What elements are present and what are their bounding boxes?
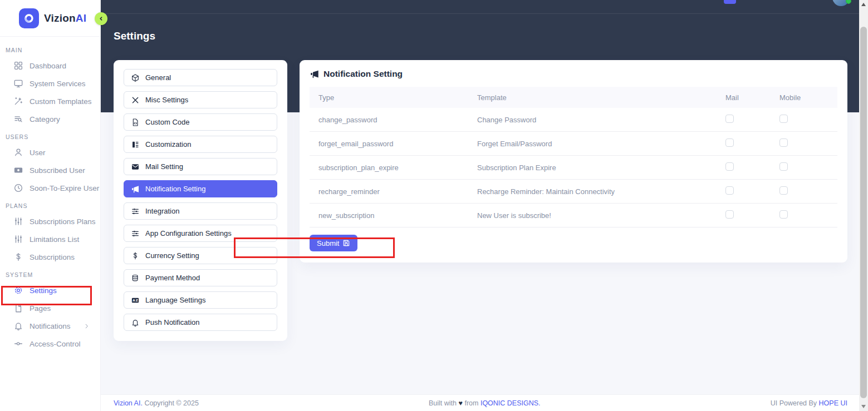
mail-checkbox[interactable] <box>725 162 734 171</box>
navbar-button-fragment[interactable] <box>724 0 736 4</box>
file-icon <box>13 303 23 313</box>
scrollbar-thumb[interactable] <box>860 27 867 398</box>
menu-button-label: Currency Setting <box>145 251 199 260</box>
user-icon <box>13 147 23 157</box>
scroll-up-arrow[interactable] <box>859 0 868 9</box>
sidebar-item-label: Subscriptions Plans <box>30 217 96 226</box>
mobile-checkbox[interactable] <box>779 186 788 195</box>
settings-menu-general[interactable]: General <box>124 69 277 86</box>
mail-checkbox[interactable] <box>725 138 734 147</box>
sidebar-item-limitations-list[interactable]: Limitations List <box>0 230 100 248</box>
sidebar-item-label: Category <box>30 115 60 123</box>
settings-menu-notification-setting[interactable]: Notification Setting <box>124 180 277 197</box>
wand-icon <box>13 96 23 106</box>
main-content: Settings General Misc Settings Custom Co… <box>101 0 859 411</box>
sidebar-item-label: Subscribed User <box>30 166 85 175</box>
sidebar-item-user[interactable]: User <box>0 143 100 161</box>
save-icon <box>342 239 350 247</box>
sidebar-item-pages[interactable]: Pages <box>0 299 100 317</box>
file-code-icon <box>131 118 140 127</box>
settings-menu-push-notification[interactable]: Push Notification <box>124 314 277 331</box>
mobile-checkbox[interactable] <box>779 210 788 219</box>
package-icon <box>131 73 140 82</box>
sliders-horizontal-icon <box>131 207 140 216</box>
mail-checkbox[interactable] <box>725 115 734 123</box>
mail-checkbox[interactable] <box>725 210 734 219</box>
settings-menu-customization[interactable]: Customization <box>124 136 277 153</box>
nav-section-label: PLANS <box>0 197 100 212</box>
sidebar-item-system-services[interactable]: System Services <box>0 75 100 92</box>
sidebar-item-category[interactable]: Category <box>0 110 100 128</box>
tools-icon <box>131 96 140 105</box>
mobile-checkbox[interactable] <box>779 138 788 147</box>
sidebar-item-label: Settings <box>30 286 57 295</box>
sidebar-nav: MAIN Dashboard System Services Custom Te… <box>0 37 100 353</box>
column-header-mail: Mail <box>725 93 779 102</box>
monitor-icon <box>13 78 23 88</box>
sidebar-item-soon-to-expire-user[interactable]: Soon-To-Expire User <box>0 179 100 197</box>
footer-hopeui-link[interactable]: HOPE UI <box>819 399 847 407</box>
table-row: recharge_reminder Recharge Reminder: Mai… <box>310 180 837 204</box>
footer-designer-link[interactable]: IQONIC DESIGNS. <box>480 399 541 407</box>
notification-table: TypeTemplateMailMobile change_password C… <box>310 87 837 227</box>
settings-menu-card: General Misc Settings Custom Code Custom… <box>114 60 287 341</box>
list-search-icon <box>13 114 23 124</box>
settings-menu-misc-settings[interactable]: Misc Settings <box>124 91 277 108</box>
brand-logo-icon <box>19 8 39 28</box>
sidebar-item-label: System Services <box>30 80 86 88</box>
nav-section-label: SYSTEM <box>0 266 100 281</box>
footer-brand-link[interactable]: Vizion AI. <box>114 399 143 407</box>
bell-icon <box>131 318 140 327</box>
brand-logo[interactable]: VizionAI <box>0 0 100 37</box>
sidebar-item-subscribed-user[interactable]: Subscribed User <box>0 161 100 179</box>
settings-menu-custom-code[interactable]: Custom Code <box>124 113 277 131</box>
sidebar-item-label: User <box>30 148 46 157</box>
vertical-scrollbar[interactable] <box>859 0 868 411</box>
sidebar-item-custom-templates[interactable]: Custom Templates <box>0 92 100 110</box>
table-header-row: TypeTemplateMailMobile <box>310 87 837 108</box>
submit-button[interactable]: Submit <box>310 235 357 251</box>
settings-menu-integration[interactable]: Integration <box>124 202 277 220</box>
type-cell: change_password <box>310 116 477 124</box>
sidebar-item-label: Custom Templates <box>30 97 92 106</box>
settings-menu-mail-setting[interactable]: Mail Setting <box>124 158 277 175</box>
sidebar-item-subscriptions[interactable]: Subscriptions <box>0 248 100 266</box>
settings-menu-language-settings[interactable]: AZLanguage Settings <box>124 291 277 309</box>
sidebar-item-access-control[interactable]: Access-Control <box>0 335 100 353</box>
sidebar-item-label: Limitations List <box>30 235 79 244</box>
settings-menu-app-configuration-settings[interactable]: App Configuration Settings <box>124 225 277 242</box>
mobile-checkbox[interactable] <box>779 162 788 171</box>
mail-checkbox[interactable] <box>725 186 734 195</box>
layout-icon <box>131 140 140 149</box>
panel-title: Notification Setting <box>323 69 403 79</box>
sidebar-item-settings[interactable]: Settings <box>0 281 100 299</box>
cash-icon <box>13 165 23 175</box>
settings-menu-payment-method[interactable]: Payment Method <box>124 269 277 286</box>
clock-icon <box>13 183 23 193</box>
sidebar-item-subscriptions-plans[interactable]: Subscriptions Plans <box>0 212 100 230</box>
template-cell: Change Password <box>477 116 725 124</box>
template-cell: New User is subscribe! <box>477 211 725 220</box>
access-control-icon <box>13 339 23 349</box>
menu-button-label: Notification Setting <box>145 185 205 193</box>
sidebar-item-notifications[interactable]: Notifications <box>0 317 100 335</box>
type-cell: forget_email_password <box>310 140 477 148</box>
mobile-checkbox[interactable] <box>779 115 788 123</box>
table-row: forget_email_password Forget Email/Passw… <box>310 132 837 156</box>
grid-icon <box>13 61 23 71</box>
menu-button-label: Custom Code <box>145 118 189 126</box>
menu-button-label: Language Settings <box>145 296 205 304</box>
megaphone-icon <box>310 69 320 79</box>
sidebar-item-dashboard[interactable]: Dashboard <box>0 57 100 75</box>
sliders-horizontal-icon <box>131 229 140 238</box>
scroll-down-arrow[interactable] <box>859 402 868 411</box>
heart-icon: ♥ <box>459 399 463 407</box>
bell-icon <box>13 321 23 331</box>
chevron-left-icon <box>97 15 105 22</box>
column-header-mobile: Mobile <box>779 93 837 102</box>
sidebar-toggle-button[interactable] <box>95 12 107 25</box>
coins-icon <box>131 274 140 283</box>
settings-menu-currency-setting[interactable]: Currency Setting <box>124 247 277 264</box>
footer-powered-by: UI Powered By HOPE UI <box>771 399 847 407</box>
sidebar: VizionAI MAIN Dashboard System Services … <box>0 0 101 411</box>
